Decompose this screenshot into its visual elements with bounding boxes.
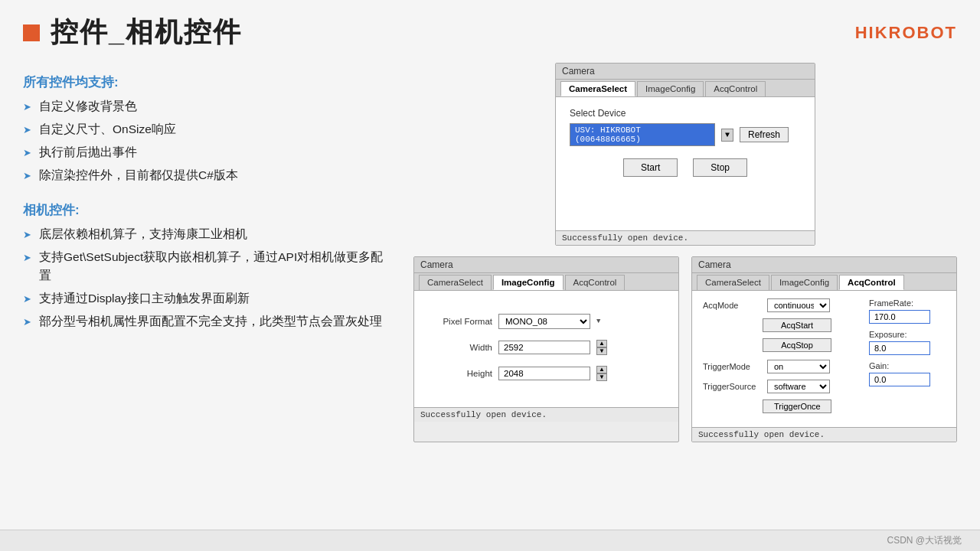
width-spin-down[interactable]: ▼ xyxy=(596,347,607,355)
select-device-label: Select Device xyxy=(570,108,801,119)
width-label: Width xyxy=(430,343,492,352)
camera-acq-body: AcqMode continuous AcqStart AcqStop Trig… xyxy=(692,291,956,427)
list-item-text: 除渲染控件外，目前都仅提供C#版本 xyxy=(39,166,238,184)
arrow-icon: ➤ xyxy=(23,145,31,161)
tab-image-config-acq[interactable]: ImageConfig xyxy=(771,275,838,290)
list-item-text: 支持Get\SetSubject获取内嵌相机算子，通过API对相机做更多配置 xyxy=(39,248,390,285)
camera-img-title: Camera xyxy=(414,257,678,273)
list-item-text: 自定义修改背景色 xyxy=(39,97,137,116)
list-item-text: 执行前后抛出事件 xyxy=(39,143,137,161)
section1-title: 所有控件均支持: xyxy=(23,73,390,91)
arrow-icon: ➤ xyxy=(23,99,31,115)
camera-main-body: Select Device USV: HIKROBOT (00648866665… xyxy=(556,97,815,230)
arrow-icon: ➤ xyxy=(23,227,31,243)
camera-main-status: Successfully open device. xyxy=(556,230,815,245)
list-item: ➤ 执行前后抛出事件 xyxy=(23,143,390,161)
camera-main-tabs: CameraSelect ImageConfig AcqControl xyxy=(556,80,815,97)
camera-main-title: Camera xyxy=(556,64,815,80)
framerate-input[interactable] xyxy=(869,310,930,324)
list-item: ➤ 自定义尺寸、OnSize响应 xyxy=(23,120,390,139)
bottom-cameras: Camera CameraSelect ImageConfig AcqContr… xyxy=(413,256,957,442)
section1-list: ➤ 自定义修改背景色 ➤ 自定义尺寸、OnSize响应 ➤ 执行前后抛出事件 ➤… xyxy=(23,97,390,184)
exposure-label: Exposure: xyxy=(869,330,946,339)
height-spin-up[interactable]: ▲ xyxy=(596,366,607,373)
section2: 相机控件: ➤ 底层依赖相机算子，支持海康工业相机 ➤ 支持Get\SetSub… xyxy=(23,201,390,331)
logo-robot: ROBOT xyxy=(889,23,957,42)
height-input[interactable] xyxy=(498,367,590,380)
camera-acq-status: Successfully open device. xyxy=(692,427,956,442)
tab-image-config-img[interactable]: ImageConfig xyxy=(493,275,564,290)
header-accent xyxy=(23,24,40,41)
trigger-source-row: TriggerSource software xyxy=(703,380,858,393)
list-item-text: 支持通过Display接口主动触发界面刷新 xyxy=(39,289,250,308)
right-column: Camera CameraSelect ImageConfig AcqContr… xyxy=(413,63,957,442)
tab-camera-select-acq[interactable]: CameraSelect xyxy=(697,275,769,290)
pixel-format-row: Pixel Format MONO_08 ▼ xyxy=(430,314,663,329)
camera-img-body: Pixel Format MONO_08 ▼ Width ▲ ▼ xyxy=(414,291,678,407)
width-spinner: ▲ ▼ xyxy=(596,340,607,355)
pixel-format-label: Pixel Format xyxy=(430,317,492,326)
acq-right: FrameRate: Exposure: Gain: xyxy=(869,298,946,416)
camera-img-tabs: CameraSelect ImageConfig AcqControl xyxy=(414,273,678,291)
list-item: ➤ 支持Get\SetSubject获取内嵌相机算子，通过API对相机做更多配置 xyxy=(23,248,390,285)
tab-acq-control-img[interactable]: AcqControl xyxy=(565,275,626,290)
width-spin-up[interactable]: ▲ xyxy=(596,340,607,347)
trigger-once-button[interactable]: TriggerOnce xyxy=(763,399,831,413)
list-item-text: 底层依赖相机算子，支持海康工业相机 xyxy=(39,225,247,243)
exposure-section: Exposure: xyxy=(869,330,946,355)
pixel-format-dropdown[interactable]: MONO_08 xyxy=(498,314,590,329)
tab-acq-control-acq[interactable]: AcqControl xyxy=(839,275,904,290)
dropdown-arrow-icon: ▼ xyxy=(596,318,600,325)
start-button[interactable]: Start xyxy=(623,158,678,177)
trigger-source-dropdown[interactable]: software xyxy=(767,380,830,393)
trigger-mode-dropdown[interactable]: on xyxy=(767,360,830,373)
framerate-section: FrameRate: xyxy=(869,298,946,324)
acq-stop-button[interactable]: AcqStop xyxy=(763,338,831,352)
list-item-text: 部分型号相机属性界面配置不完全支持，此类型节点会置灰处理 xyxy=(39,312,382,331)
list-item: ➤ 除渲染控件外，目前都仅提供C#版本 xyxy=(23,166,390,184)
arrow-icon: ➤ xyxy=(23,168,31,184)
device-select[interactable]: USV: HIKROBOT (00648866665) xyxy=(570,123,715,146)
camera-img-status: Successfully open device. xyxy=(414,407,678,422)
acq-left: AcqMode continuous AcqStart AcqStop Trig… xyxy=(703,298,858,416)
arrow-icon: ➤ xyxy=(23,122,31,138)
camera-acq-title: Camera xyxy=(692,257,956,273)
trigger-mode-label: TriggerMode xyxy=(703,362,763,371)
header: 控件_相机控件 HIKROBOT xyxy=(0,0,980,59)
height-spin-down[interactable]: ▼ xyxy=(596,373,607,381)
main-content: 所有控件均支持: ➤ 自定义修改背景色 ➤ 自定义尺寸、OnSize响应 ➤ 执… xyxy=(0,63,980,442)
gain-label: Gain: xyxy=(869,361,946,370)
gain-input[interactable] xyxy=(869,373,930,386)
trigger-source-label: TriggerSource xyxy=(703,382,763,391)
tab-camera-select-img[interactable]: CameraSelect xyxy=(419,275,492,290)
height-spinner: ▲ ▼ xyxy=(596,366,607,381)
acq-start-button[interactable]: AcqStart xyxy=(763,318,831,332)
arrow-icon: ➤ xyxy=(23,250,31,266)
page-title: 控件_相机控件 xyxy=(51,14,242,51)
camera-main-window: Camera CameraSelect ImageConfig AcqContr… xyxy=(555,63,815,246)
list-item: ➤ 支持通过Display接口主动触发界面刷新 xyxy=(23,289,390,308)
section2-title: 相机控件: xyxy=(23,201,390,219)
camera-img-window: Camera CameraSelect ImageConfig AcqContr… xyxy=(413,256,679,442)
refresh-button[interactable]: Refresh xyxy=(740,127,789,142)
footer: CSDN @大话视觉 xyxy=(0,530,980,551)
height-label: Height xyxy=(430,369,492,378)
framerate-label: FrameRate: xyxy=(869,298,946,308)
csdn-label: CSDN @大话视觉 xyxy=(887,534,962,547)
device-select-row: USV: HIKROBOT (00648866665) ▼ Refresh xyxy=(570,123,801,146)
select-arrow-icon[interactable]: ▼ xyxy=(721,129,733,142)
exposure-input[interactable] xyxy=(869,341,930,355)
acq-mode-label: AcqMode xyxy=(703,301,763,310)
arrow-icon: ➤ xyxy=(23,315,31,330)
tab-image-config[interactable]: ImageConfig xyxy=(637,81,704,96)
list-item-text: 自定义尺寸、OnSize响应 xyxy=(39,120,176,139)
acq-mode-dropdown[interactable]: continuous xyxy=(767,298,830,312)
camera-acq-tabs: CameraSelect ImageConfig AcqControl xyxy=(692,273,956,291)
width-input[interactable] xyxy=(498,341,590,354)
stop-button[interactable]: Stop xyxy=(693,158,747,177)
tab-acq-control[interactable]: AcqControl xyxy=(705,81,766,96)
trigger-mode-row: TriggerMode on xyxy=(703,360,858,373)
logo-hik: HIK xyxy=(855,23,889,42)
tab-camera-select[interactable]: CameraSelect xyxy=(560,81,635,96)
gain-section: Gain: xyxy=(869,361,946,386)
